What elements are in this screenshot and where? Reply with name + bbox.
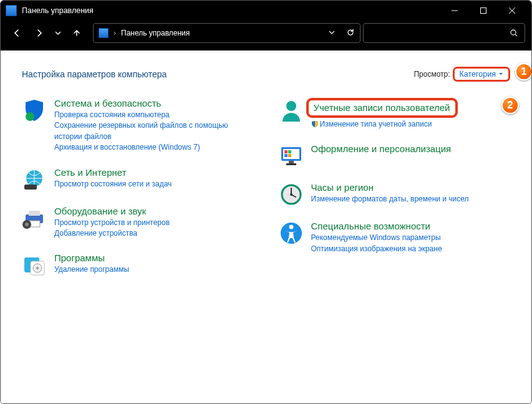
page-heading: Настройка параметров компьютера	[22, 69, 167, 79]
category-link[interactable]: Архивация и восстановление (Windows 7)	[54, 142, 254, 153]
recent-dropdown[interactable]	[52, 23, 64, 43]
programs-icon	[22, 252, 47, 277]
monitor-icon	[279, 143, 304, 168]
svg-point-24	[290, 193, 293, 196]
category-title[interactable]: Система и безопасность	[54, 98, 254, 108]
control-panel-icon	[6, 5, 17, 16]
navbar: › Панель управления	[1, 21, 531, 50]
svg-point-13	[36, 267, 39, 269]
category-user-accounts[interactable]: Учетные записи пользователей Изменение т…	[279, 98, 511, 130]
category-title[interactable]: Специальные возможности	[311, 221, 511, 231]
svg-rect-21	[289, 161, 294, 163]
clock-icon	[279, 182, 304, 207]
view-by-value: Категория	[460, 70, 496, 79]
svg-rect-22	[286, 163, 296, 165]
view-by-label: Просмотр:	[414, 70, 450, 79]
category-appearance[interactable]: Оформление и персонализация	[279, 143, 511, 168]
svg-point-14	[286, 101, 296, 111]
annotation-marker-1: 1	[515, 63, 531, 80]
category-title[interactable]: Учетные записи пользователей	[306, 98, 458, 118]
category-network[interactable]: Сеть и Интернет Просмотр состояния сети …	[22, 167, 254, 192]
minimize-button[interactable]	[440, 1, 469, 21]
shield-icon	[22, 98, 47, 123]
category-link[interactable]: Изменение форматов даты, времени и чисел	[311, 194, 511, 204]
printer-icon	[22, 206, 47, 231]
up-button[interactable]	[67, 23, 87, 43]
category-link[interactable]: Проверка состояния компьютера	[54, 110, 254, 120]
accessibility-icon	[279, 221, 304, 246]
search-input[interactable]	[363, 23, 525, 43]
category-link[interactable]: Изменение типа учетной записи	[311, 119, 511, 130]
search-icon	[510, 29, 518, 37]
forward-button[interactable]	[29, 23, 49, 43]
annotation-marker-2: 2	[501, 97, 519, 114]
category-link[interactable]: Оптимизация изображения на экране	[311, 244, 511, 254]
category-hardware[interactable]: Оборудование и звук Просмотр устройств и…	[22, 206, 254, 239]
category-link[interactable]: Добавление устройства	[54, 228, 254, 239]
category-title[interactable]: Программы	[54, 252, 254, 263]
category-title[interactable]: Часы и регион	[311, 182, 511, 193]
category-link[interactable]: Сохранение резервных копий файлов с помо…	[54, 120, 254, 142]
category-system-security[interactable]: Система и безопасность Проверка состояни…	[22, 98, 254, 153]
breadcrumb-sep: ›	[114, 29, 116, 37]
category-programs[interactable]: Программы Удаление программы	[22, 252, 254, 277]
category-ease-of-access[interactable]: Специальные возможности Рекомендуемые Wi…	[279, 221, 511, 254]
titlebar: Панель управления	[1, 1, 531, 21]
content-area: Настройка параметров компьютера Просмотр…	[1, 50, 531, 404]
category-clock-region[interactable]: Часы и регион Изменение форматов даты, в…	[279, 182, 511, 207]
svg-rect-17	[284, 150, 288, 153]
svg-rect-4	[24, 185, 37, 190]
uac-shield-icon	[311, 120, 319, 128]
view-by-dropdown[interactable]: Категория	[453, 67, 510, 82]
category-link[interactable]: Удаление программы	[54, 264, 254, 275]
window-title: Панель управления	[22, 6, 440, 15]
address-dropdown-icon[interactable]	[329, 29, 335, 37]
breadcrumb-label[interactable]: Панель управления	[121, 29, 190, 37]
svg-rect-19	[284, 154, 288, 157]
breadcrumb-icon	[99, 28, 109, 38]
back-button[interactable]	[7, 23, 27, 43]
svg-point-9	[25, 223, 29, 226]
category-link[interactable]: Рекомендуемые Windows параметры	[311, 233, 511, 243]
category-title[interactable]: Сеть и Интернет	[54, 167, 254, 178]
user-icon	[279, 98, 304, 123]
svg-rect-6	[29, 211, 40, 216]
category-link[interactable]: Просмотр состояния сети и задач	[54, 179, 254, 190]
svg-point-1	[511, 30, 516, 35]
refresh-button[interactable]	[346, 28, 355, 39]
svg-point-26	[289, 225, 293, 229]
svg-rect-18	[288, 150, 291, 153]
address-bar[interactable]: › Панель управления	[93, 23, 360, 43]
globe-icon	[22, 167, 47, 192]
category-link[interactable]: Просмотр устройств и принтеров	[54, 218, 254, 228]
category-title[interactable]: Оформление и персонализация	[311, 143, 511, 154]
close-button[interactable]	[498, 1, 526, 21]
category-title[interactable]: Оборудование и звук	[54, 206, 254, 216]
svg-rect-20	[288, 154, 291, 157]
svg-point-2	[26, 112, 34, 121]
maximize-button[interactable]	[469, 1, 498, 21]
chevron-down-icon	[498, 72, 503, 77]
svg-rect-0	[481, 8, 486, 14]
view-by-control: Просмотр: Категория 1	[414, 67, 510, 82]
